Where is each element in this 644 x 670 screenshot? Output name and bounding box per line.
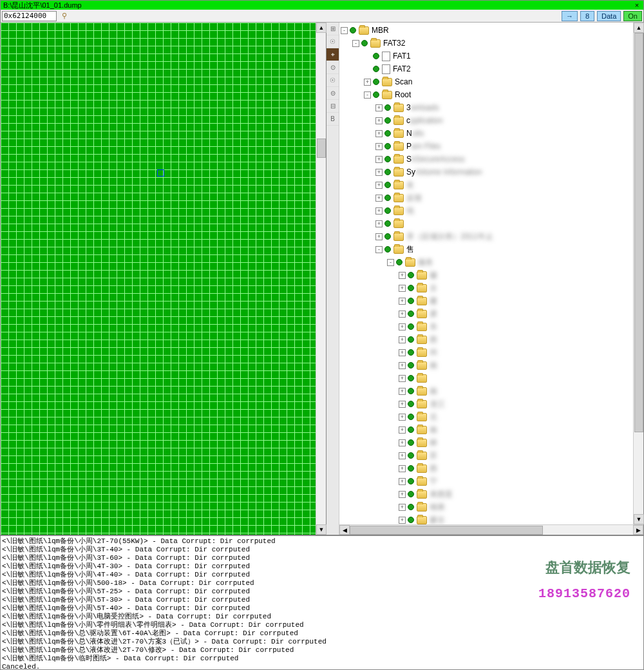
tree-node[interactable]: +州 [341,346,632,359]
expand-icon[interactable]: + [364,79,371,86]
tree-node[interactable]: +南 [341,359,632,372]
tree-node[interactable]: +反馈 [341,191,632,204]
expand-icon[interactable]: + [399,414,406,421]
link-icon[interactable]: ⚲ [59,11,70,21]
expand-icon[interactable]: + [375,104,383,111]
sector-map[interactable] [1,23,316,535]
tree-node[interactable]: +Pam Files [341,140,632,153]
tree-node[interactable]: -MBR [341,24,632,37]
goto-button[interactable]: → [562,11,578,21]
scroll-down-icon[interactable]: ▼ [316,524,327,535]
address-input[interactable] [2,11,57,21]
tree-node[interactable]: -Root [341,88,632,101]
side-tool-4[interactable]: ☉ [327,74,339,87]
tree-node[interactable]: +SyVolume Information [341,166,632,178]
file-tree[interactable]: -MBR-FAT32 FAT1 FAT2+Scan-Root+3wnloads+… [339,23,633,524]
tree-node[interactable]: -服务 [341,256,632,269]
scroll-up-icon[interactable]: ▲ [316,23,327,33]
side-tool-3[interactable]: ⊙ [327,61,339,74]
expand-icon[interactable]: + [399,491,406,498]
tree-node[interactable]: +Nults [341,127,632,140]
scroll-right-icon[interactable]: ▶ [633,525,643,535]
expand-icon[interactable]: + [375,130,383,137]
expand-icon[interactable]: + [399,439,406,446]
expand-icon[interactable]: + [399,336,406,343]
scroll-left-icon[interactable]: ◀ [339,525,350,535]
tree-node[interactable]: + [341,372,632,385]
expand-icon[interactable]: + [399,375,406,382]
collapse-icon[interactable]: - [341,27,348,34]
tree-node[interactable]: +龙江 [341,397,632,410]
expand-icon[interactable]: + [375,233,383,240]
expand-icon[interactable]: + [399,298,406,305]
expand-icon[interactable]: + [375,117,383,124]
tree-node[interactable]: +录（区域分类）2011年止 [341,230,632,243]
tree-node[interactable]: -售 [341,243,632,256]
tree-node[interactable]: +林 [341,436,632,449]
side-tool-0[interactable]: ⊞ [327,23,339,35]
side-tool-6[interactable]: ⊟ [327,100,339,113]
expand-icon[interactable]: + [375,143,383,150]
collapse-icon[interactable]: - [352,40,359,47]
tree-node[interactable]: +东 [341,320,632,333]
tree-node[interactable]: +纸 [341,204,632,217]
blocksize-button[interactable]: 8 [580,11,594,21]
expand-icon[interactable]: + [399,362,406,369]
expand-icon[interactable]: + [399,478,406,485]
data-button[interactable]: Data [597,11,621,21]
collapse-icon[interactable]: - [387,259,394,266]
expand-icon[interactable]: + [399,311,406,318]
collapse-icon[interactable]: - [364,91,371,99]
tree-node[interactable]: +北 [341,410,632,423]
tree-node[interactable]: FAT1 [341,50,632,62]
tree-node[interactable]: +西 [341,333,632,346]
expand-icon[interactable]: + [399,388,406,395]
tree-node[interactable]: +SkSecureAccess [341,153,632,166]
tree-node[interactable]: +南 [341,423,632,436]
expand-icon[interactable]: + [399,349,406,356]
tree-node[interactable]: +3wnloads [341,101,632,114]
close-icon[interactable]: × [633,1,641,9]
expand-icon[interactable]: + [399,401,406,408]
expand-icon[interactable]: + [399,465,406,472]
tree-node[interactable]: +肃 [341,307,632,320]
tree-node[interactable]: +蒙古 [341,513,632,524]
side-tool-7[interactable]: B [327,113,339,126]
tree-node[interactable]: FAT2 [341,62,632,75]
expand-icon[interactable]: + [399,426,406,434]
expand-icon[interactable]: + [399,504,406,511]
side-tool-2[interactable]: ⌖ [327,48,339,61]
tree-node[interactable]: +来西亚 [341,488,632,501]
tree-node[interactable]: -FAT32 [341,37,632,50]
tree-node[interactable]: +徽 [341,269,632,282]
expand-icon[interactable]: + [399,323,406,330]
expand-icon[interactable]: + [399,272,406,279]
expand-icon[interactable]: + [375,220,383,227]
tree-node[interactable]: +宁 [341,475,632,488]
side-tool-5[interactable]: ⊝ [327,87,339,100]
tree-node[interactable]: +cpplication [341,114,632,127]
tree-node[interactable]: +京 [341,282,632,294]
scroll-thumb[interactable] [317,139,326,158]
titlebar[interactable]: B:\昆山沈平\01_01.dump × [1,1,643,10]
tree-node[interactable]: +Scan [341,75,632,88]
expand-icon[interactable]: + [375,207,383,215]
on-button[interactable]: On [623,11,642,21]
tree-node[interactable]: +友 [341,178,632,191]
scroll-down-icon[interactable]: ▼ [634,514,644,524]
expand-icon[interactable]: + [375,156,383,163]
log-panel[interactable]: <\旧敏\图纸\lqm备份\小周\2T-70(55KW)> - Data Cor… [1,535,643,669]
scroll-thumb[interactable] [634,33,643,432]
selected-sector[interactable] [157,169,164,177]
expand-icon[interactable]: + [399,285,406,292]
tree-node[interactable]: +建 [341,294,632,307]
scroll-thumb[interactable] [350,526,543,535]
collapse-icon[interactable]: - [375,246,383,253]
expand-icon[interactable]: + [375,182,383,189]
tree-node[interactable]: +细表 [341,501,632,513]
tree-node[interactable]: +苏 [341,449,632,462]
tree-node[interactable]: + [341,217,632,230]
tree-node[interactable]: +南 [341,385,632,397]
tree-node[interactable]: +西 [341,462,632,475]
expand-icon[interactable]: + [375,195,383,202]
